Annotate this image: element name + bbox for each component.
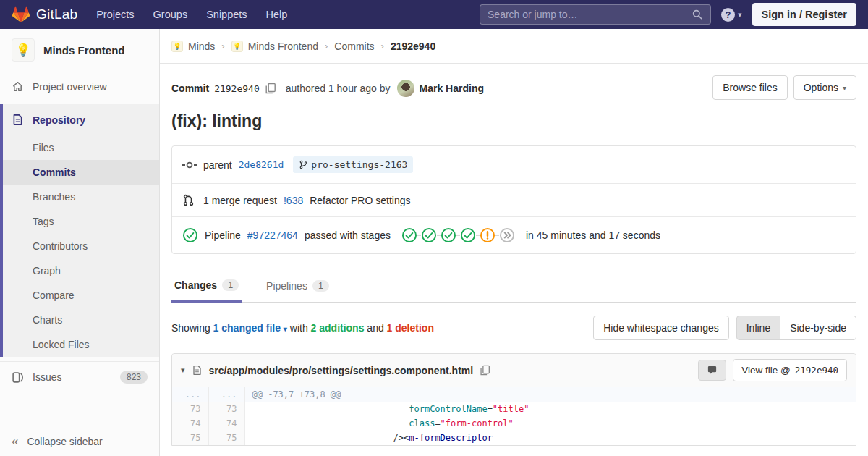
commit-label: Commit [171,83,209,94]
changed-files-dropdown[interactable]: 1 changed file ▾ [213,322,287,334]
parent-sha-link[interactable]: 2de8261d [239,159,284,170]
pipeline-mini-graph [401,227,515,243]
diff-hunk-row: ... ... @@ -73,7 +73,8 @@ [172,387,856,402]
stage-skipped-icon[interactable] [499,227,515,243]
new-line-number[interactable]: 73 [208,402,244,416]
code-line: class="form-control" [244,416,856,431]
sidebar: 💡 Minds Frontend Project overview Reposi… [0,29,160,456]
stage-success-icon[interactable] [401,227,417,243]
pipeline-id-link[interactable]: #97227464 [247,229,298,241]
breadcrumb-commit-sha: 2192e940 [391,41,435,52]
hunk-header-text: @@ -73,7 +73,8 @@ [244,387,856,402]
sidebar-item-locked-files[interactable]: Locked Files [3,332,159,357]
gitlab-logo[interactable]: GitLab [12,5,77,24]
sidebar-item-repository[interactable]: Repository [3,104,159,135]
sidebar-item-contributors[interactable]: Contributors [3,234,159,258]
merge-request-link[interactable]: !638 [284,195,303,206]
commit-title: (fix): linting [171,111,856,131]
old-line-number[interactable]: 75 [172,431,208,445]
changes-count-badge: 1 [222,279,239,291]
new-line-number: ... [208,387,244,402]
help-dropdown[interactable]: ? ▾ [721,8,742,22]
breadcrumb-separator: › [381,41,384,51]
branch-badge[interactable]: pro-settings-2163 [293,156,413,173]
sidebar-item-charts[interactable]: Charts [3,308,159,332]
nav-projects[interactable]: Projects [96,9,134,20]
project-avatar-small: 💡 [231,41,243,52]
additions-count: 2 additions [311,322,365,334]
sign-in-button[interactable]: Sign in / Register [752,3,856,26]
project-name: Minds Frontend [43,44,125,56]
brand-text: GitLab [36,7,77,22]
chevron-down-icon: ▾ [738,10,742,20]
nav-snippets[interactable]: Snippets [206,9,247,20]
sidebar-item-branches[interactable]: Branches [3,185,159,209]
breadcrumb-commits[interactable]: Commits [334,41,374,52]
breadcrumb-group[interactable]: 💡 Minds [171,41,215,52]
search-input[interactable] [488,9,692,20]
browse-files-button[interactable]: Browse files [712,75,787,100]
old-line-number[interactable]: 73 [172,402,208,416]
sidebar-item-compare[interactable]: Compare [3,283,159,308]
stage-warning-icon[interactable] [480,227,495,243]
breadcrumb-project[interactable]: 💡 Minds Frontend [231,41,318,52]
caret-down-icon: ▾ [843,84,846,92]
inline-view-button[interactable]: Inline [736,316,780,340]
breadcrumb: 💡 Minds › 💡 Minds Frontend › Commits › 2… [160,29,868,64]
merge-request-row: 1 merge request !638 Refactor PRO settin… [172,183,856,216]
sidebar-item-commits[interactable]: Commits [3,160,159,185]
view-file-button[interactable]: View file @ 2192e940 [733,359,847,381]
nav-help[interactable]: Help [266,9,288,20]
pipeline-status-success-icon [182,227,198,243]
collapse-diff-caret-icon[interactable]: ▾ [181,366,185,375]
stage-success-icon[interactable] [460,227,476,243]
parent-label: parent [203,159,232,171]
side-by-side-view-button[interactable]: Side-by-side [780,316,856,340]
document-icon [12,114,24,126]
toggle-comments-button[interactable] [698,360,726,381]
global-search[interactable] [480,4,711,25]
copy-path-button[interactable] [480,365,490,376]
author-name[interactable]: Mark Harding [420,83,484,94]
collapse-sidebar-button[interactable]: « Collapse sidebar [0,426,159,456]
sidebar-item-label: Repository [33,114,85,126]
stage-success-icon[interactable] [421,227,437,243]
hide-whitespace-button[interactable]: Hide whitespace changes [593,316,729,340]
old-line-number[interactable]: 74 [172,416,208,431]
question-icon: ? [721,8,735,22]
diff-view-toggle: Inline Side-by-side [736,316,856,340]
options-dropdown-button[interactable]: Options ▾ [793,75,856,100]
tab-pipelines[interactable]: Pipelines 1 [263,271,332,302]
sidebar-item-label: Issues [33,371,61,383]
file-path-link[interactable]: src/app/modules/pro/settings/settings.co… [209,365,474,376]
nav-groups[interactable]: Groups [153,9,188,20]
double-chevron-left-icon: « [12,435,18,447]
issues-icon [12,371,24,384]
copy-sha-button[interactable] [265,83,276,94]
sidebar-item-issues[interactable]: Issues 823 [0,361,159,392]
author-avatar[interactable] [397,80,414,97]
branch-icon [299,160,308,169]
code-line: /><m-formDescriptor [244,431,856,445]
commit-tabs: Changes 1 Pipelines 1 [171,271,856,303]
tab-changes[interactable]: Changes 1 [171,271,242,303]
sidebar-project[interactable]: 💡 Minds Frontend [0,29,159,72]
pipelines-count-badge: 1 [312,280,329,292]
new-line-number[interactable]: 75 [208,431,244,445]
sidebar-item-project-overview[interactable]: Project overview [0,72,159,101]
sidebar-item-graph[interactable]: Graph [3,258,159,283]
merge-request-icon [182,194,197,206]
parent-row: parent 2de8261d pro-settings-2163 [172,146,856,183]
breadcrumb-separator: › [325,41,328,51]
sidebar-item-files[interactable]: Files [3,135,159,160]
new-line-number[interactable]: 74 [208,416,244,431]
diff-line-row: 73 73 formControlName="title" [172,402,856,416]
search-icon [692,9,703,20]
commit-sha: 2192e940 [214,83,260,94]
stage-success-icon[interactable] [441,227,456,243]
code-line: formControlName="title" [244,402,856,416]
diff-line-row: 74 74 class="form-control" [172,416,856,431]
sidebar-item-tags[interactable]: Tags [3,209,159,234]
top-navbar: GitLab Projects Groups Snippets Help ? ▾… [0,0,868,29]
main-content: 💡 Minds › 💡 Minds Frontend › Commits › 2… [160,29,868,456]
